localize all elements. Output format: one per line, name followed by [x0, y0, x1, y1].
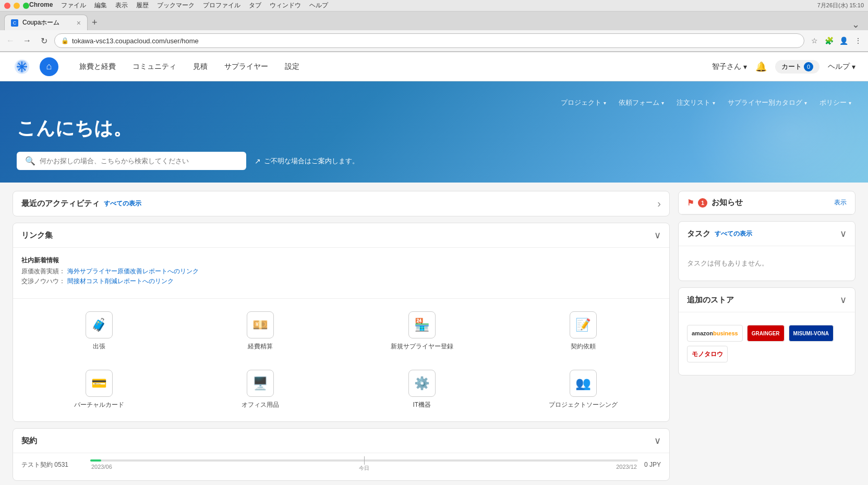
header-right: 智子さん ▾ 🔔 カート 0 ヘルプ ▾ — [712, 60, 855, 74]
stores-title: 追加のストア — [687, 295, 734, 305]
icon-item-new-supplier[interactable]: 🏪 新規サプライヤー登録 — [344, 305, 500, 357]
external-link-icon: ↗ — [255, 157, 261, 165]
hero-nav-projects[interactable]: プロジェクト ▾ — [561, 98, 606, 107]
bell-flag-icon: ⚑ — [687, 198, 694, 208]
main-nav: ⌂ 旅費と経費 コミュニティ 見積 サプライヤー 設定 — [40, 57, 712, 76]
extensions-button[interactable]: 🧩 — [823, 35, 835, 46]
menu-history[interactable]: 履歴 — [136, 1, 149, 10]
business-trip-icon: 🧳 — [91, 318, 107, 332]
link-0[interactable]: 海外サプライヤー原価改善レポートへのリンク — [67, 267, 199, 276]
new-tab-button[interactable]: + — [88, 15, 102, 30]
search-icon: 🔍 — [25, 156, 35, 166]
it-equipment-label: IT機器 — [413, 401, 431, 409]
contract-start-date: 2023/06 — [91, 464, 112, 470]
activity-header: 最近のアクティビティ すべての表示 › — [13, 191, 669, 216]
guide-link[interactable]: ↗ ご不明な場合はご案内します。 — [255, 156, 359, 166]
close-btn[interactable] — [4, 3, 10, 9]
datetime: 7月26日(水) 15:10 — [817, 2, 864, 9]
activity-show-all-link[interactable]: すべての表示 — [104, 199, 141, 208]
stores-collapse-button[interactable]: ∨ — [840, 294, 847, 306]
icon-item-virtual-card[interactable]: 💳 バーチャルカード — [21, 363, 177, 416]
activity-chevron-icon[interactable]: › — [657, 198, 661, 210]
cart-button[interactable]: カート 0 — [775, 60, 819, 74]
secure-icon: 🔒 — [61, 37, 69, 44]
contract-request-label: 契約依頼 — [571, 343, 596, 351]
menu-view[interactable]: 表示 — [115, 1, 128, 10]
menu-tabs[interactable]: タブ — [249, 1, 261, 10]
hero-nav-request-form[interactable]: 依頼フォーム ▾ — [619, 98, 664, 107]
icon-item-it-equipment[interactable]: ⚙️ IT機器 — [344, 363, 500, 416]
menu-file[interactable]: ファイル — [61, 1, 86, 10]
tasks-card: タスク すべての表示 ∨ タスクは何もありません。 — [678, 221, 855, 281]
menu-bookmarks[interactable]: ブックマーク — [157, 1, 195, 10]
stores-header: 追加のストア ∨ — [679, 288, 855, 312]
back-button[interactable]: ← — [4, 34, 17, 47]
icon-item-contract-request[interactable]: 📝 契約依頼 — [506, 305, 661, 357]
bookmark-button[interactable]: ☆ — [809, 35, 820, 46]
menu-chrome[interactable]: Chrome — [29, 1, 53, 10]
virtual-card-icon-box: 💳 — [86, 370, 113, 397]
user-menu[interactable]: 智子さん ▾ — [712, 62, 747, 71]
menu-window[interactable]: ウィンドウ — [270, 1, 301, 10]
close-tab-button[interactable]: × — [77, 19, 81, 27]
address-bar[interactable]: 🔒 tokawa-vsc13.coupacloud.com/user/home — [54, 33, 804, 48]
link-item-1: 交渉ノウハウ： 間接材コスト削減レポートへのリンク — [21, 277, 661, 286]
hero-nav-policy[interactable]: ポリシー ▾ — [819, 98, 851, 107]
app-logo[interactable] — [13, 57, 31, 76]
menu-profiles[interactable]: プロファイル — [203, 1, 240, 10]
home-nav-button[interactable]: ⌂ — [40, 57, 58, 76]
misumi-store-logo[interactable]: MISUMI-VONA — [789, 325, 834, 342]
project-sourcing-label: プロジェクトソーシング — [549, 401, 618, 409]
tasks-collapse-button[interactable]: ∨ — [840, 228, 847, 239]
it-equipment-icon-box: ⚙️ — [408, 370, 436, 397]
monotaro-store-logo[interactable]: モノタロウ — [687, 346, 728, 362]
contract-collapse-button[interactable]: ∨ — [654, 435, 661, 446]
search-input[interactable] — [40, 157, 238, 165]
contract-name: テスト契約 0531 — [21, 460, 84, 469]
active-tab[interactable]: C Coupaホーム × — [4, 15, 88, 30]
menu-help[interactable]: ヘルプ — [309, 1, 328, 10]
help-button[interactable]: ヘルプ ▾ — [828, 62, 855, 71]
contract-card-header: 契約 ∨ — [13, 429, 669, 453]
refresh-button[interactable]: ↻ — [38, 34, 50, 47]
profile-button[interactable]: 👤 — [838, 35, 849, 46]
link-1[interactable]: 間接材コスト削減レポートへのリンク — [67, 277, 174, 286]
amazon-store-logo[interactable]: amazon business — [687, 325, 743, 342]
tasks-show-all-link[interactable]: すべての表示 — [715, 229, 752, 238]
browser-controls: ← → ↻ 🔒 tokawa-vsc13.coupacloud.com/user… — [0, 30, 868, 52]
nav-settings[interactable]: 設定 — [285, 62, 299, 71]
contract-row: テスト契約 0531 今日 2023/06 2023/12 0 — [21, 459, 661, 470]
icon-grid: 🧳 出張 💴 経費精算 🏪 新規サプライヤー登録 — [13, 299, 669, 421]
new-supplier-label: 新規サプライヤー登録 — [391, 343, 453, 351]
hero-nav-supplier-catalog[interactable]: サプライヤー別カタログ ▾ — [728, 98, 807, 107]
forward-button[interactable]: → — [21, 34, 33, 47]
os-status-bar: 7月26日(水) 15:10 — [817, 2, 864, 9]
browser-menu-button[interactable]: ⋮ — [852, 35, 864, 46]
menu-edit[interactable]: 編集 — [94, 1, 107, 10]
links-collapse-button[interactable]: ∨ — [654, 229, 661, 241]
links-card-header: リンク集 ∨ — [13, 223, 669, 248]
nav-quotes[interactable]: 見積 — [193, 62, 208, 71]
grainger-store-logo[interactable]: GRAINGER — [747, 325, 785, 342]
bell-icon: 🔔 — [755, 62, 767, 72]
office-supplies-label: オフィス用品 — [242, 401, 279, 409]
tab-strip-menu[interactable]: ⌄ — [852, 19, 860, 30]
nav-expenses[interactable]: 旅費と経費 — [79, 62, 116, 71]
icon-item-project-sourcing[interactable]: 👥 プロジェクトソーシング — [506, 363, 661, 416]
icon-item-expense[interactable]: 💴 経費精算 — [183, 305, 339, 357]
maximize-btn[interactable] — [23, 3, 29, 9]
contract-card-body: テスト契約 0531 今日 2023/06 2023/12 0 — [13, 453, 669, 480]
order-chevron-icon: ▾ — [713, 100, 715, 106]
nav-suppliers[interactable]: サプライヤー — [224, 62, 268, 71]
icon-item-business-trip[interactable]: 🧳 出張 — [21, 305, 177, 357]
tab-favicon: C — [11, 19, 18, 27]
new-supplier-icon: 🏪 — [414, 318, 430, 332]
announcements-show-button[interactable]: 表示 — [834, 198, 847, 207]
hero-nav-order-list[interactable]: 注文リスト ▾ — [677, 98, 715, 107]
notification-button[interactable]: 🔔 — [755, 61, 767, 72]
nav-community[interactable]: コミュニティ — [132, 62, 176, 71]
new-supplier-icon-box: 🏪 — [408, 311, 436, 338]
minimize-btn[interactable] — [14, 3, 20, 9]
svg-point-5 — [20, 65, 23, 68]
icon-item-office-supplies[interactable]: 🖥️ オフィス用品 — [183, 363, 339, 416]
